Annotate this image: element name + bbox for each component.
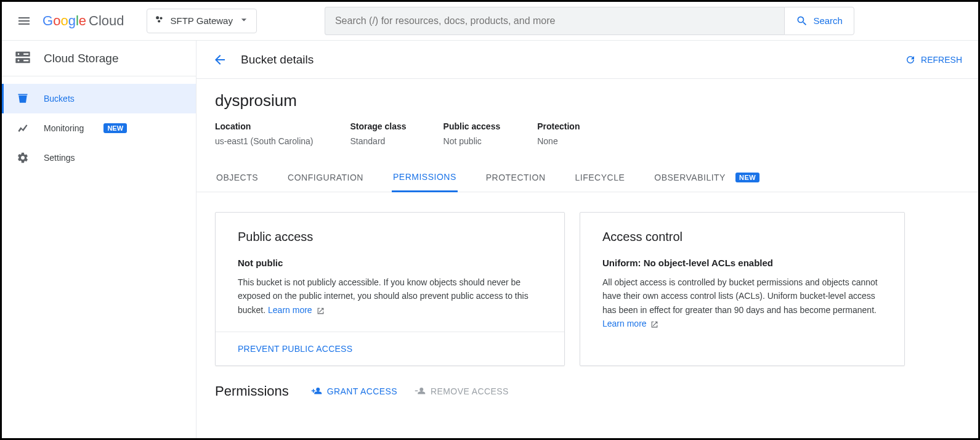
sidebar: Cloud Storage Buckets Monitoring NEW [2,41,196,438]
svg-point-6 [18,59,20,61]
back-button[interactable] [208,47,232,72]
service-header: Cloud Storage [2,41,196,76]
svg-point-5 [18,53,20,55]
search-button[interactable]: Search [784,7,854,35]
card-title: Access control [602,230,882,244]
menu-icon[interactable] [9,6,39,36]
main-content: Bucket details REFRESH dysprosium Locati… [196,41,978,438]
google-cloud-logo[interactable]: Google Cloud [43,13,124,29]
bucket-meta: Location us-east1 (South Carolina) Stora… [215,121,960,146]
new-badge: NEW [735,173,759,182]
search-input[interactable] [335,15,774,26]
svg-point-1 [160,17,162,19]
project-selector[interactable]: SFTP Gateway [147,9,257,33]
page-header: Bucket details REFRESH [196,41,978,79]
project-icon [153,14,166,28]
svg-point-2 [158,20,160,22]
sidebar-item-label: Buckets [44,94,75,104]
meta-location: Location us-east1 (South Carolina) [215,121,314,146]
svg-rect-7 [23,53,28,54]
tab-observability[interactable]: OBSERVABILITY NEW [653,163,761,192]
learn-more-link[interactable]: Learn more [602,319,647,328]
chart-icon [17,122,29,134]
cloud-storage-icon [14,49,31,68]
meta-protection: Protection None [537,121,580,146]
external-link-icon [317,307,325,315]
card-text: All object access is controlled by bucke… [602,275,882,331]
public-access-card: Public access Not public This bucket is … [215,212,565,366]
card-text: This bucket is not publicly accessible. … [238,275,542,317]
meta-storage-class: Storage class Standard [350,121,407,146]
tabs: OBJECTS CONFIGURATION PERMISSIONS PROTEC… [196,163,978,192]
card-subtitle: Uniform: No object-level ACLs enabled [602,258,882,268]
grant-access-button[interactable]: GRANT ACCESS [311,386,397,397]
person-remove-icon [415,386,426,397]
meta-public-access: Public access Not public [443,121,501,146]
card-title: Public access [238,230,542,244]
gear-icon [17,152,29,164]
top-header: Google Cloud SFTP Gateway Search [2,2,978,40]
bucket-name: dysprosium [215,91,960,110]
external-link-icon [650,320,658,328]
new-badge: NEW [103,123,127,133]
refresh-icon [905,54,916,65]
tab-lifecycle[interactable]: LIFECYCLE [574,163,626,192]
search-box[interactable] [325,7,784,35]
chevron-down-icon [238,14,250,28]
tab-permissions[interactable]: PERMISSIONS [392,163,458,192]
prevent-public-access-button[interactable]: PREVENT PUBLIC ACCESS [238,344,352,354]
sidebar-item-buckets[interactable]: Buckets [2,84,196,113]
service-title: Cloud Storage [44,52,118,65]
svg-rect-8 [23,60,28,61]
sidebar-item-label: Settings [44,153,75,163]
learn-more-link[interactable]: Learn more [268,305,312,315]
person-add-icon [311,386,322,397]
project-name: SFTP Gateway [171,15,233,26]
card-subtitle: Not public [238,258,542,268]
sidebar-item-monitoring[interactable]: Monitoring NEW [2,113,196,143]
arrow-left-icon [213,52,227,67]
search-wrapper: Search [325,7,854,35]
tab-objects[interactable]: OBJECTS [215,163,259,192]
access-control-card: Access control Uniform: No object-level … [580,212,905,366]
page-title: Bucket details [241,53,314,67]
refresh-button[interactable]: REFRESH [900,49,967,70]
permissions-title: Permissions [215,383,289,399]
tab-protection[interactable]: PROTECTION [485,163,547,192]
sidebar-item-label: Monitoring [44,123,84,133]
bucket-icon [17,92,29,105]
permissions-row: Permissions GRANT ACCESS REMOVE ACCESS [215,383,960,399]
search-icon [796,15,808,27]
svg-point-0 [156,16,159,19]
sidebar-item-settings[interactable]: Settings [2,143,196,173]
sidebar-nav: Buckets Monitoring NEW Settings [2,76,196,173]
tab-configuration[interactable]: CONFIGURATION [286,163,365,192]
remove-access-button[interactable]: REMOVE ACCESS [415,386,509,397]
